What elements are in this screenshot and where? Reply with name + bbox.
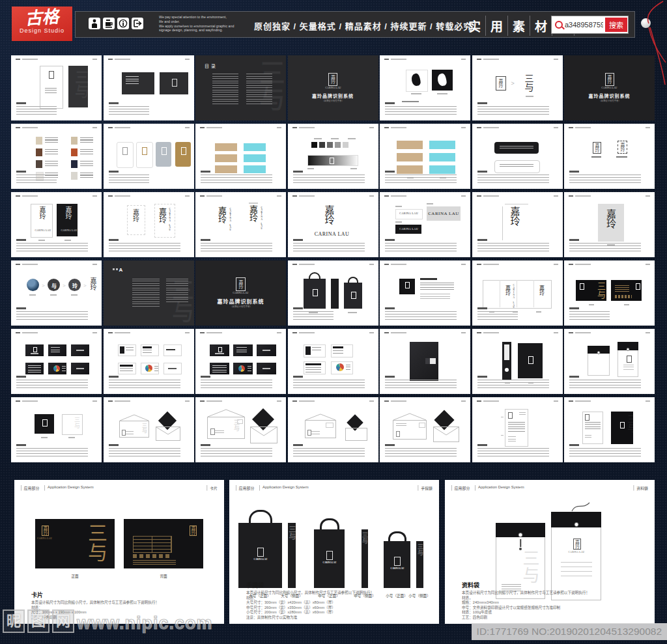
thumb-logo-cards-page[interactable]: 嘉玲 CARINA LAU 嘉玲 CARINA LAU: [11, 192, 102, 257]
thumb-presentation-dark-page[interactable]: [11, 329, 102, 394]
gold-icon-row: [133, 554, 171, 558]
thumb-letterhead-page[interactable]: [472, 397, 563, 462]
panel-header-en: Application Design System: [475, 485, 524, 491]
thumb-namecard-info-page[interactable]: [380, 260, 470, 326]
envelope-button: [574, 522, 578, 527]
application-panel-bags[interactable]: 应用部分 Application Design System 手提袋 CARIN…: [229, 480, 439, 624]
thumb-brand-cover-page[interactable]: 嘉玲 CARINA LAU 嘉玲品牌识别系统 （品牌设计规范手册）: [195, 260, 286, 326]
exit-arrow-icon[interactable]: [132, 18, 143, 29]
thumb-envelope-open-page[interactable]: 三与: [195, 397, 286, 462]
seal-logo: [162, 147, 167, 155]
mini-header: [16, 127, 97, 128]
thumb-presentation-light-page[interactable]: [104, 329, 194, 394]
thumb-horizontal-cards-page[interactable]: [104, 55, 194, 120]
mini-page-number: [554, 400, 558, 402]
thumb-presentation-dark-page[interactable]: [195, 329, 286, 394]
thumb-primary-lockup-page[interactable]: 嘉玲 CARINA LAU: [288, 192, 378, 257]
slide-block: [333, 346, 343, 348]
swatch-lines: [45, 161, 58, 166]
gray-step: [311, 142, 317, 148]
thumb-toc-section-page[interactable]: A 三与: [104, 260, 194, 326]
mini-header: [16, 332, 97, 333]
thumb-banner-pairs-page[interactable]: [195, 124, 286, 189]
contact-lines: [420, 294, 450, 299]
mini-caption: [293, 311, 334, 320]
thumb-vertical-cards-page[interactable]: 三与: [11, 55, 102, 120]
thumb-envelope-page[interactable]: [380, 397, 470, 462]
thumb-presentation-light-page[interactable]: [288, 329, 378, 394]
cover-subtitle: （品牌设计规范手册）: [230, 306, 252, 308]
thumb-wordmark-backgrounds-page[interactable]: CARINA LAU CARINA LAU CARINA LAU: [380, 192, 470, 257]
search-button[interactable]: 搜索: [605, 18, 627, 32]
mini-page-number: [185, 332, 190, 333]
mini-label: [350, 168, 357, 169]
thumb-grayscale-ramp-page[interactable]: [288, 124, 378, 189]
thumb-envelope-page[interactable]: [288, 397, 378, 462]
thumb-strip-styles-page[interactable]: [472, 124, 563, 189]
brand-latin-vertical: CARINA LAU: [169, 208, 171, 231]
thumb-logo-derivation-page[interactable]: 嘉玲 > 三与: [472, 55, 563, 120]
thumb-brand-cover-page[interactable]: 嘉玲 CARINA LAU 嘉玲品牌识别系统 （品牌设计规范手册）: [288, 55, 378, 120]
slide-lines: [236, 347, 247, 354]
char-glyph: 玲: [72, 282, 78, 289]
thumb-binder-book-page[interactable]: [472, 329, 563, 394]
thumb-logotype-variants-page[interactable]: 嘉玲 CARINA LAU 嘉玲 CARINA LAU: [195, 192, 286, 257]
thumb-letterhead-variants-page[interactable]: 三与: [564, 397, 655, 462]
site-logo[interactable]: 古格 Design Studio: [12, 7, 72, 41]
mini-caption: [16, 380, 88, 388]
thumb-card-finishes-page[interactable]: [104, 124, 194, 189]
pie-chart: [53, 365, 60, 372]
panel-header-en: Application Design System: [44, 485, 93, 491]
mini-caption: [16, 106, 57, 115]
slide-block: [305, 346, 311, 355]
thumb-shopping-bags-page[interactable]: [288, 260, 378, 326]
thumb-folder-page[interactable]: [380, 329, 470, 394]
panel-header-cn: 应用部分: [236, 485, 254, 491]
mini-caption: [293, 175, 365, 183]
thumb-envelope-pair-page[interactable]: [564, 329, 655, 394]
person-icon[interactable]: [89, 18, 100, 29]
brand-latin: CARINA LAU: [233, 292, 248, 294]
mini-header: [108, 400, 190, 402]
mini-header: [200, 332, 281, 333]
note-line: 材质：: [31, 606, 162, 609]
mini-header: [200, 400, 281, 402]
application-panel-document-envelopes[interactable]: 应用部分 Application Design System 资料袋 三与 嘉玲…: [445, 480, 655, 624]
thumb-black-gold-cards-page[interactable]: 三与: [564, 260, 655, 326]
thumb-logo-story-page[interactable]: > 与 > 玲 > 嘉玲: [11, 260, 102, 326]
info-icon[interactable]: [117, 18, 129, 29]
thumb-envelope-open-page[interactable]: 三与: [104, 397, 194, 462]
mini-header: [108, 127, 190, 128]
note-line: 材质：: [246, 596, 376, 600]
thumb-lockup-variants-page[interactable]: 嘉玲 嘉玲: [564, 124, 655, 189]
thumb-square-cards-page[interactable]: 三与: [11, 397, 102, 462]
mini-header: [569, 264, 650, 265]
mini-page-number: [92, 195, 97, 197]
slide-lines: [346, 365, 350, 371]
thumb-logotype-gray-page[interactable]: 嘉玲: [564, 192, 655, 257]
thumb-logo-construction-page[interactable]: 嘉玲 嘉玲 CARINA LAU: [104, 192, 194, 257]
thumb-unfolded-card-page[interactable]: 嘉玲 CARINA LAU 嘉玲: [472, 260, 563, 326]
thumb-toc-page[interactable]: 目录 三与: [195, 55, 286, 120]
bag-mark: CARINA LAU: [314, 551, 345, 565]
open-envelope-body: [345, 428, 367, 441]
thumb-portraits-page[interactable]: [380, 55, 470, 120]
cup-icon[interactable]: [103, 18, 115, 29]
thumb-logotype-dimensions-page[interactable]: 嘉玲: [472, 192, 563, 257]
mini-page-number: [92, 332, 97, 333]
mini-header: [477, 59, 558, 60]
cover-lockup: 嘉玲 CARINA LAU 嘉玲品牌识别系统 （品牌设计规范手册）: [288, 55, 378, 120]
thumb-banner-pairs-page[interactable]: [380, 124, 470, 189]
slide-lines: [333, 350, 343, 355]
thumb-material-swatches-page[interactable]: [11, 124, 102, 189]
application-panel-cards[interactable]: 应用部分 Application Design System 卡片 嘉玲 CAR…: [14, 480, 224, 624]
mini-header: [477, 195, 558, 197]
mini-caption: [293, 380, 365, 388]
note-line: 材质，: [462, 596, 592, 600]
search-input[interactable]: [563, 21, 605, 29]
brand-mark: 嘉玲: [64, 206, 71, 219]
brand-mark: 嘉玲: [606, 209, 616, 229]
thumb-brand-cover-page[interactable]: 嘉玲 CARINA LAU 嘉玲品牌识别系统 （品牌设计规范手册）: [564, 55, 655, 120]
slide-line: [31, 353, 38, 354]
mini-caption: [16, 243, 88, 251]
